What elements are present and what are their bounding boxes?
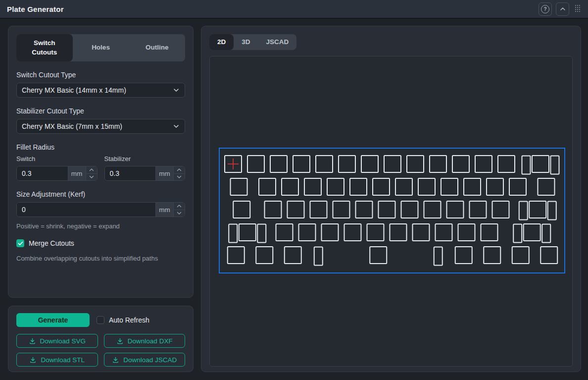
tab-jscad[interactable]: JSCAD <box>258 34 297 50</box>
tab-holes[interactable]: Holes <box>73 34 129 61</box>
switch-cutout <box>370 247 387 264</box>
switch-cutout <box>259 178 276 195</box>
collapse-button[interactable] <box>556 2 569 16</box>
switch-cutout <box>455 247 472 264</box>
download-icon <box>112 356 119 364</box>
preview-tabstrip: 2D 3D JSCAD <box>209 34 296 50</box>
merge-cutouts-hint: Combine overlapping cutouts into simplif… <box>16 255 185 262</box>
switch-cutout <box>498 156 515 172</box>
download-dxf-label: Download DXF <box>128 337 173 345</box>
download-stl-label: Download STL <box>41 356 85 364</box>
drag-handle-icon[interactable] <box>575 5 581 13</box>
fillet-switch-stepper <box>86 166 97 180</box>
chevron-down-icon <box>177 175 182 179</box>
merge-cutouts-checkbox[interactable] <box>16 239 24 247</box>
chevron-up-icon <box>559 5 566 12</box>
check-icon <box>18 241 23 246</box>
switch-cutout <box>475 156 492 172</box>
switch-cutout <box>288 201 304 218</box>
switch-cutout <box>532 156 549 172</box>
plate-outline <box>219 148 565 273</box>
switch-cutout <box>293 156 310 172</box>
fillet-stabilizer-unit: mm <box>155 166 173 180</box>
switch-cutout <box>524 224 540 241</box>
switch-cutout <box>538 178 555 195</box>
auto-refresh-row[interactable]: Auto Refresh <box>97 316 149 324</box>
left-column: Switch Cutouts Holes Outline Switch Cuto… <box>8 26 194 372</box>
switch-cutout <box>418 178 435 195</box>
fillet-radius-heading: Fillet Radius <box>16 143 185 151</box>
switch-cutout <box>373 178 390 195</box>
preview-canvas <box>209 56 573 367</box>
plate-svg <box>210 56 573 367</box>
stepper-up-button[interactable] <box>174 203 185 210</box>
fillet-stabilizer-stepper <box>173 166 185 180</box>
switch-cutout <box>512 247 529 264</box>
content: Switch Cutouts Holes Outline Switch Cuto… <box>0 19 588 372</box>
switch-cutout <box>228 247 245 264</box>
titlebar-controls: ? <box>539 2 581 16</box>
switch-cutout <box>452 156 469 172</box>
stabilizer-cutout <box>548 202 556 220</box>
stepper-up-button[interactable] <box>174 166 185 174</box>
switch-cutout <box>484 247 500 264</box>
switch-cutout <box>413 224 430 241</box>
auto-refresh-checkbox[interactable] <box>97 316 104 324</box>
stepper-down-button[interactable] <box>174 210 185 217</box>
chevron-down-icon <box>177 211 182 215</box>
switch-cutout <box>344 224 361 241</box>
stabilizer-cutout <box>229 224 237 243</box>
stabilizer-cutout-type-select[interactable]: Cherry MX Basic (7mm x 15mm) <box>16 119 185 134</box>
fillet-stabilizer-input[interactable] <box>105 166 156 180</box>
download-icon <box>29 337 36 345</box>
switch-cutout <box>436 224 452 241</box>
switch-cutout <box>256 247 273 264</box>
app-title: Plate Generator <box>7 5 64 13</box>
stabilizer-cutout <box>513 224 522 243</box>
kerf-group: mm <box>16 202 185 217</box>
help-button[interactable]: ? <box>539 2 552 16</box>
switch-cutout <box>430 156 446 172</box>
switch-cutout <box>316 156 333 172</box>
tab-outline[interactable]: Outline <box>129 34 185 61</box>
switch-cutout <box>339 156 355 172</box>
switch-cutout <box>356 201 373 218</box>
kerf-stepper <box>173 203 185 217</box>
stepper-down-button[interactable] <box>174 174 185 181</box>
switch-cutout-type-select[interactable]: Cherry MX Basic (14mm x 14mm) <box>16 83 185 98</box>
switch-cutout <box>384 156 401 172</box>
download-jscad-button[interactable]: Download JSCAD <box>104 353 186 367</box>
auto-refresh-label: Auto Refresh <box>109 316 149 324</box>
switch-cutout <box>304 178 321 195</box>
kerf-hint: Positive = shrink, negative = expand <box>16 222 185 230</box>
tab-3d[interactable]: 3D <box>234 34 258 50</box>
stabilizer-cutout <box>519 202 528 220</box>
tab-2d[interactable]: 2D <box>209 34 234 50</box>
download-stl-button[interactable]: Download STL <box>16 353 98 367</box>
switch-cutout <box>492 201 509 218</box>
switch-cutout <box>233 201 250 218</box>
download-svg-button[interactable]: Download SVG <box>16 334 98 348</box>
download-grid: Download SVG Download DXF Download STL D… <box>16 334 185 367</box>
fillet-switch-input[interactable] <box>17 166 68 180</box>
download-dxf-button[interactable]: Download DXF <box>104 334 186 348</box>
chevron-up-icon <box>89 168 94 172</box>
fillet-stabilizer-group: mm <box>104 166 186 181</box>
switch-cutout <box>509 178 526 195</box>
chevron-up-icon <box>177 204 182 208</box>
switch-cutout-type-value: Cherry MX Basic (14mm x 14mm) <box>22 86 126 94</box>
switch-cutout <box>333 201 350 218</box>
stepper-up-button[interactable] <box>86 166 97 174</box>
download-icon <box>29 356 37 364</box>
tab-switch-cutouts[interactable]: Switch Cutouts <box>16 34 73 61</box>
titlebar: Plate Generator ? <box>0 0 588 19</box>
switch-cutout <box>231 178 247 195</box>
merge-cutouts-row[interactable]: Merge Cutouts <box>16 239 185 247</box>
kerf-input[interactable] <box>17 203 155 217</box>
stepper-down-button[interactable] <box>86 174 97 181</box>
switch-cutout <box>367 224 384 241</box>
switch-cutout <box>481 224 498 241</box>
stabilizer-cutout-type-label: Stabilizer Cutout Type <box>16 107 185 115</box>
switch-cutout-type-label: Switch Cutout Type <box>16 71 185 79</box>
generate-button[interactable]: Generate <box>16 313 90 327</box>
